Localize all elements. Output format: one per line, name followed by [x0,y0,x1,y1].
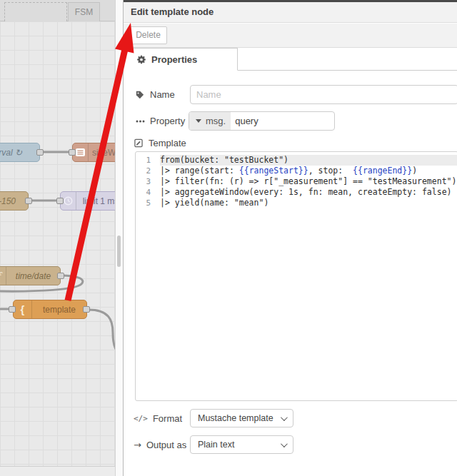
chevron-down-icon [281,440,288,447]
template-label: Template [134,133,186,153]
node-sinewave-label: sineWave [89,148,115,158]
property-label-text: Property [150,116,185,126]
chevron-down-icon [281,414,288,421]
node-s150[interactable]: s-150 [0,191,29,211]
dialog-button-row: Delete [124,24,457,48]
template-label-text: Template [149,138,186,148]
output-as-label: → Output as [134,435,186,455]
node-sinewave[interactable]: sineWave [72,143,115,162]
code-line[interactable]: 4|> aggregateWindow(every: 1s, fn: mean,… [136,187,457,198]
node-limit-input-port[interactable] [56,198,64,204]
code-lines: 1from(bucket: "testBucket")2|> range(sta… [136,152,457,208]
code-line[interactable]: 2|> range(start: {{rangeStart}}, stop: {… [136,166,457,176]
flow-tab-partial [4,2,67,21]
node-timedate[interactable]: f time/date [0,266,61,285]
ellipsis-icon [135,120,145,123]
node-timedate-label: time/date [6,271,60,281]
name-label-text: Name [150,89,175,100]
gear-icon [136,55,146,64]
format-label: </> Format [134,409,182,428]
name-input[interactable] [190,85,457,104]
property-typed-input[interactable]: msg. query [189,111,335,131]
node-interval[interactable]: interval ↻ [0,143,40,162]
tab-properties-label: Properties [151,54,197,65]
node-interval-label: interval ↻ [0,148,39,158]
code-line[interactable]: 5|> yield(name: "mean") [136,198,457,208]
node-template-label: template [32,305,86,315]
node-template-input-port[interactable] [9,306,16,313]
template-code-editor[interactable]: 1from(bucket: "testBucket")2|> range(sta… [135,151,457,401]
node-template-output-port[interactable] [83,306,90,313]
property-type-button[interactable]: msg. [189,112,231,130]
node-limit-label: limit 1 ms [76,196,115,206]
tag-icon [135,91,145,99]
tab-properties[interactable]: Properties [124,48,238,71]
property-value[interactable]: query [231,116,258,126]
workspace-grid[interactable] [0,21,115,466]
property-label: Property [135,111,185,131]
dialog-tab-row: Properties [124,48,457,71]
format-select-value: Mustache template [198,413,273,423]
workspace-scrollbar[interactable] [115,0,123,476]
edit-node-dialog: Edit template node Delete Properties Nam… [123,0,457,476]
code-line[interactable]: 1from(bucket: "testBucket") [136,155,457,166]
document-edit-icon [134,138,144,148]
caret-down-icon [196,119,201,123]
right-arrow-icon: → [134,440,141,450]
code-brackets-icon: </> [134,414,148,423]
node-template[interactable]: { template [13,300,87,319]
node-s150-label: s-150 [0,196,28,206]
node-sinewave-input-port[interactable] [69,149,76,156]
name-label: Name [135,85,175,104]
flow-tabbar: FSM [0,0,115,21]
property-type-prefix: msg. [206,116,226,126]
dialog-title: Edit template node [124,2,457,22]
output-as-select-value: Plain text [198,440,234,450]
node-timedate-output-port[interactable] [57,273,64,279]
workspace-scrollbar-thumb[interactable] [117,236,121,267]
dialog-body: Name Property msg. query Template 1f [124,71,457,476]
format-select[interactable]: Mustache template [190,409,293,427]
delete-button[interactable]: Delete [129,26,167,44]
code-line[interactable]: 3|> filter(fn: (r) => r["_measurement"] … [136,176,457,187]
node-interval-output-port[interactable] [36,149,44,156]
function-icon: f [0,267,6,285]
format-label-text: Format [153,413,182,424]
node-limit[interactable]: limit 1 ms [60,191,115,211]
flow-workspace[interactable]: interval ↻ sineWave s-150 limit 1 ms f t… [0,0,115,476]
dialog-header: Edit template node [124,2,457,23]
output-as-label-text: Output as [146,440,186,450]
template-brace-icon: { [14,300,32,318]
flow-tab-fsm[interactable]: FSM [68,2,100,21]
node-s150-output-port[interactable] [25,198,32,204]
output-as-select[interactable]: Plain text [190,435,293,454]
workspace-footer [0,466,115,476]
